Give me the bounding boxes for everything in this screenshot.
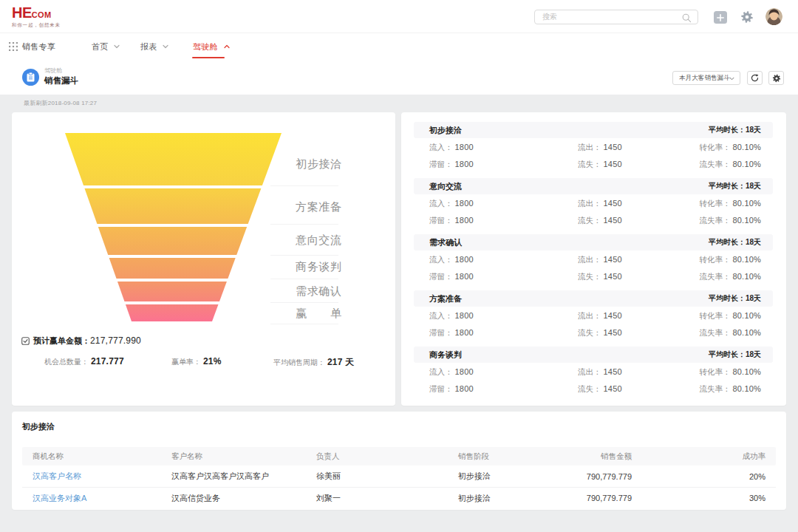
stat-win-rate: 赢单率： 21% xyxy=(171,356,222,368)
outflow-label: 流出： xyxy=(578,367,601,378)
refresh-button[interactable] xyxy=(747,71,763,85)
avatar-image xyxy=(765,8,782,25)
conversion-cell: 转化率：80.10% xyxy=(699,255,761,265)
stage-stats-row: 流入：1800 流出：1450 转化率：80.10% xyxy=(414,253,773,267)
lossrate-value: 80.10% xyxy=(732,272,761,281)
lossrate-label: 流失率： xyxy=(699,160,730,170)
customer-name: 汉高客户汉高客户汉高客户 xyxy=(171,471,316,482)
search-placeholder: 搜索 xyxy=(542,10,557,24)
lossrate-label: 流失率： xyxy=(699,384,730,395)
stage-stats-row: 滞留：1800 流失：1450 流失率：80.10% xyxy=(414,214,773,228)
stat-label: 赢单率： xyxy=(171,357,201,367)
stay-label: 滞留： xyxy=(429,272,453,282)
lossrate-label: 流失率： xyxy=(699,216,730,226)
loss-label: 流失： xyxy=(578,160,601,170)
opportunity-link[interactable]: 汉高客户名称 xyxy=(33,471,171,482)
stage-name: 需求确认 xyxy=(429,237,462,248)
col-customer-name: 客户名称 xyxy=(171,451,316,462)
loss-label: 流失： xyxy=(578,328,601,338)
chevron-down-icon xyxy=(729,77,734,81)
workspace-name: 销售专享 xyxy=(22,33,55,60)
table-title: 初步接洽 xyxy=(22,421,776,432)
funnel-label-divider xyxy=(270,324,338,324)
col-opportunity-name: 商机名称 xyxy=(33,451,171,462)
plus-icon xyxy=(717,14,724,21)
inflow-label: 流入： xyxy=(429,199,453,209)
inflow-label: 流入： xyxy=(429,311,453,321)
logo[interactable]: HEcom 和你一起，创想未来 xyxy=(12,6,61,29)
stage-section-header: 初步接洽 平均时长：18天 xyxy=(414,122,773,138)
funnel-gap xyxy=(65,255,282,258)
inflow-cell: 流入：1800 xyxy=(429,367,578,378)
outflow-value: 1450 xyxy=(604,367,622,376)
funnel-chart[interactable] xyxy=(65,133,282,321)
nav-item-reports[interactable]: 报表 xyxy=(140,33,157,60)
win-amount-label: 预计赢单金额： xyxy=(33,335,90,347)
inflow-cell: 流入：1800 xyxy=(429,255,578,265)
stay-label: 滞留： xyxy=(429,160,453,170)
lossrate-value: 80.10% xyxy=(732,160,761,168)
navbar: 销售专享 首页 报表 驾驶舱 xyxy=(0,33,798,60)
stay-value: 1800 xyxy=(455,328,474,337)
dashboard-settings-button[interactable] xyxy=(768,71,784,85)
funnel-gap xyxy=(65,301,282,304)
cockpit-icon xyxy=(22,69,39,86)
loss-cell: 流失：1450 xyxy=(578,328,699,338)
stage-section: 方案准备 平均时长：18天 流入：1800 流出：1450 转化率：80.10%… xyxy=(414,290,773,347)
stage-section-header: 方案准备 平均时长：18天 xyxy=(414,290,773,307)
stage-stats-card: 初步接洽 平均时长：18天 流入：1800 流出：1450 转化率：80.10%… xyxy=(401,112,786,406)
lossrate-value: 80.10% xyxy=(732,328,761,337)
search-input[interactable]: 搜索 xyxy=(534,10,698,24)
col-amount: 销售金额 xyxy=(547,451,632,462)
outflow-cell: 流出：1450 xyxy=(578,367,699,378)
funnel-label-6: 赢单 xyxy=(296,306,341,321)
stage-section: 商务谈判 平均时长：18天 流入：1800 流出：1450 转化率：80.10%… xyxy=(414,347,773,403)
inflow-cell: 流入：1800 xyxy=(429,311,578,321)
nav-item-cockpit[interactable]: 驾驶舱 xyxy=(193,33,218,60)
inflow-value: 1800 xyxy=(455,255,474,264)
stage-section-header: 意向交流 平均时长：18天 xyxy=(414,178,773,194)
avatar[interactable] xyxy=(765,8,782,25)
conversion-label: 转化率： xyxy=(699,255,730,265)
outflow-label: 流出： xyxy=(578,255,601,265)
owner: 刘聚一 xyxy=(316,493,458,504)
stage-stats-row: 滞留：1800 流失：1450 流失率：80.10% xyxy=(414,157,773,172)
stage-stats-row: 流入：1800 流出：1450 转化率：80.10% xyxy=(414,140,773,155)
stage-stats-row: 滞留：1800 流失：1450 流失率：80.10% xyxy=(414,270,773,284)
stay-value: 1800 xyxy=(455,384,474,393)
funnel-label-5: 需求确认 xyxy=(296,284,341,299)
success-rate: 20% xyxy=(632,472,765,481)
apps-grid-icon[interactable] xyxy=(9,42,18,51)
stat-value: 217 天 xyxy=(327,356,354,369)
lossrate-cell: 流失率：80.10% xyxy=(699,216,761,226)
funnel-filter-select[interactable]: 本月大客销售漏斗 xyxy=(672,71,740,85)
stage-duration: 平均时长：18天 xyxy=(709,125,761,135)
stay-cell: 滞留：1800 xyxy=(429,328,578,338)
duration-value: 18天 xyxy=(746,182,761,190)
lossrate-cell: 流失率：80.10% xyxy=(699,160,761,170)
duration-label: 平均时长： xyxy=(709,350,746,358)
stat-avg-cycle: 平均销售周期： 217 天 xyxy=(273,356,354,368)
opportunity-link[interactable]: 汉高业务对象A xyxy=(33,493,171,504)
logo-text: HE xyxy=(12,4,32,21)
chevron-up-icon xyxy=(224,44,230,49)
breadcrumb: 驾驶舱 xyxy=(44,66,62,75)
stage: 初步接洽 xyxy=(458,493,547,504)
nav-item-home[interactable]: 首页 xyxy=(92,33,109,60)
stage-stats-row: 滞留：1800 流失：1450 流失率：80.10% xyxy=(414,326,773,341)
stay-value: 1800 xyxy=(455,160,474,168)
stage-duration: 平均时长：18天 xyxy=(709,349,761,360)
add-button[interactable] xyxy=(714,11,727,24)
gear-icon xyxy=(772,74,781,83)
refresh-icon xyxy=(751,74,759,82)
checkbox-icon xyxy=(21,337,30,345)
settings-button[interactable] xyxy=(740,10,754,27)
inflow-value: 1800 xyxy=(455,199,474,208)
amount: 790,779.779 xyxy=(547,472,632,481)
inflow-label: 流入： xyxy=(429,367,453,378)
refresh-time: 最新刷新2018-09-08 17:27 xyxy=(24,99,97,107)
funnel-label-divider xyxy=(270,255,338,256)
inflow-cell: 流入：1800 xyxy=(429,199,578,209)
success-rate: 30% xyxy=(632,494,765,502)
conversion-label: 转化率： xyxy=(699,199,730,209)
